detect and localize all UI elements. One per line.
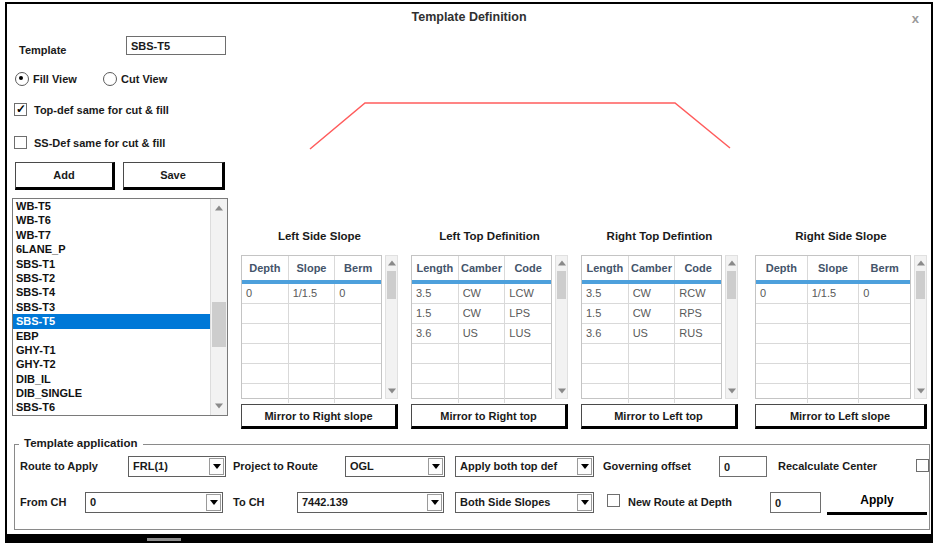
table-cell[interactable] [808,364,860,383]
table-cell[interactable]: RCW [675,284,721,303]
table-cell[interactable] [582,364,629,383]
table-cell[interactable] [859,344,910,363]
list-item[interactable]: WB-T7 [13,228,211,242]
scrollbar-up-icon[interactable] [915,257,926,269]
table-cell[interactable] [756,304,808,323]
top-def-mode-combo[interactable]: Apply both top def [455,456,594,477]
top-def-same-checkbox[interactable] [14,103,27,116]
table-cell[interactable] [808,304,860,323]
list-scrollbar[interactable] [210,199,227,415]
route-to-apply-combo[interactable]: FRL(1) [128,456,226,477]
scrollbar-thumb[interactable] [916,271,925,299]
scrollbar-down-icon[interactable] [386,385,397,397]
table-cell[interactable] [505,364,551,383]
table-cell[interactable]: CW [629,284,676,303]
ss-def-same-checkbox[interactable] [14,136,27,149]
table-cell[interactable] [675,364,721,383]
chevron-down-icon[interactable] [427,494,442,511]
scrollbar-up-icon[interactable] [726,257,737,269]
table-cell[interactable] [412,384,459,403]
chevron-down-icon[interactable] [209,458,224,475]
template-name-input[interactable] [126,36,226,55]
scrollbar-down-icon[interactable] [211,399,227,413]
table-cell[interactable] [756,364,808,383]
scrollbar-thumb[interactable] [727,271,736,299]
table-cell[interactable] [459,364,506,383]
table-scrollbar[interactable] [555,255,568,399]
list-item[interactable]: SBS-T6 [13,400,211,414]
table-cell[interactable]: 0 [242,284,289,303]
table-cell[interactable] [675,384,721,403]
table-cell[interactable] [859,304,910,323]
list-item[interactable]: GHY-T1 [13,343,211,357]
table-cell[interactable]: LUS [505,324,551,343]
template-listbox[interactable]: WB-T5WB-T6WB-T76LANE_PSBS-T1SBS-T2SBS-T4… [12,198,228,416]
list-item[interactable]: SBS-T2 [13,271,211,285]
depth-value-input[interactable] [770,492,821,513]
table-cell[interactable]: RUS [675,324,721,343]
table-cell[interactable]: 3.5 [412,284,459,303]
table-scrollbar[interactable] [725,255,738,399]
recalculate-center-checkbox[interactable] [916,459,929,472]
table-cell[interactable] [675,344,721,363]
list-item[interactable]: WB-T5 [13,199,211,213]
table-cell[interactable] [859,384,910,403]
scrollbar-down-icon[interactable] [556,385,567,397]
from-ch-combo[interactable]: 0 [85,492,223,513]
table-cell[interactable] [412,364,459,383]
table-cell[interactable] [582,344,629,363]
table-cell[interactable] [335,344,381,363]
table-cell[interactable]: 0 [335,284,381,303]
scrollbar-down-icon[interactable] [726,385,737,397]
table-cell[interactable]: RPS [675,304,721,323]
list-item[interactable]: DIB_SINGLE [13,386,211,400]
table-cell[interactable] [808,384,860,403]
table-cell[interactable] [756,384,808,403]
fill-view-radio[interactable] [15,72,29,86]
table-cell[interactable] [412,344,459,363]
mirror-button[interactable]: Mirror to Right slope [241,404,398,429]
list-item[interactable]: 6LANE_P [13,242,211,256]
table-cell[interactable]: CW [459,284,506,303]
table-cell[interactable]: 3.6 [412,324,459,343]
table-scrollbar[interactable] [914,255,927,399]
table-cell[interactable] [335,324,381,343]
add-button[interactable]: Add [15,162,115,190]
table-cell[interactable] [459,344,506,363]
table-cell[interactable]: 3.6 [582,324,629,343]
table-cell[interactable] [242,384,289,403]
table-cell[interactable] [505,344,551,363]
list-item[interactable]: WB-T6 [13,213,211,227]
close-icon[interactable]: x [912,11,919,26]
table-cell[interactable]: US [459,324,506,343]
project-to-route-combo[interactable]: OGL [345,456,445,477]
cut-view-radio[interactable] [103,72,117,86]
new-route-at-depth-checkbox[interactable] [607,494,620,507]
scrollbar-down-icon[interactable] [915,385,926,397]
table-cell[interactable] [505,384,551,403]
list-item[interactable]: SBS-T5 [13,314,211,328]
table-cell[interactable] [289,324,336,343]
list-item[interactable]: GHY-T2 [13,357,211,371]
table-cell[interactable] [629,364,676,383]
table-cell[interactable]: CW [629,304,676,323]
mirror-button[interactable]: Mirror to Left top [581,404,738,429]
table-cell[interactable] [289,364,336,383]
scrollbar-thumb[interactable] [557,271,566,299]
table-cell[interactable]: LCW [505,284,551,303]
table-cell[interactable]: 1/1.5 [808,284,860,303]
apply-button[interactable]: Apply [827,488,927,515]
table-cell[interactable] [242,344,289,363]
table-cell[interactable] [335,384,381,403]
table-cell[interactable]: US [629,324,676,343]
list-item[interactable]: SBS-T4 [13,285,211,299]
list-item[interactable]: EBP [13,329,211,343]
table-cell[interactable] [808,324,860,343]
table-cell[interactable] [756,324,808,343]
mirror-button[interactable]: Mirror to Left slope [755,404,927,429]
table-cell[interactable]: CW [459,304,506,323]
table-cell[interactable] [242,304,289,323]
table-cell[interactable] [582,384,629,403]
table-cell[interactable]: 1.5 [582,304,629,323]
table-cell[interactable] [859,324,910,343]
